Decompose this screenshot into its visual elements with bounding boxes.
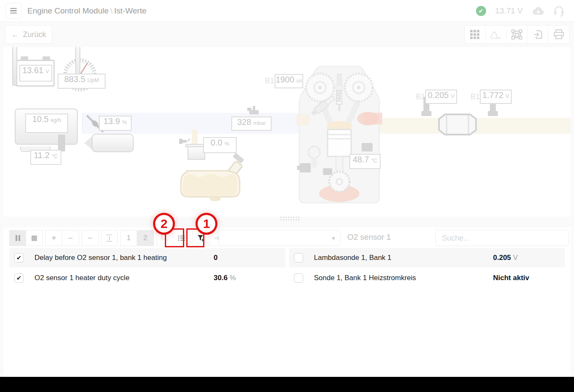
table-row[interactable]: Lambdasonde 1, Bank 1 0.205V: [289, 248, 565, 268]
o2-pre-box: 0.205V: [425, 90, 457, 104]
system-nav-bar: [0, 377, 574, 392]
headset-icon[interactable]: [554, 5, 564, 16]
annotation-circle-1: 1: [196, 213, 217, 235]
row-label: O2 sensor 1 heater duty cycle: [34, 274, 130, 282]
engine-sensor-left-tip: [297, 166, 301, 170]
stop-icon: [32, 236, 37, 241]
group-dropdown[interactable]: ▾: [219, 230, 341, 246]
page-1-button[interactable]: 1: [120, 230, 137, 246]
search-input[interactable]: [435, 230, 569, 246]
breadcrumb: Engine Control Module\Ist-Werte: [27, 6, 146, 16]
row-label: Sonde 1, Bank 1 Heizstromkreis: [314, 274, 416, 282]
page-1-label: 1: [127, 234, 130, 242]
hamburger-menu-icon[interactable]: [5, 3, 21, 19]
app-header: Engine Control Module\Ist-Werte ✔ 13.71 …: [0, 0, 574, 22]
export-icon: [533, 29, 543, 40]
selection-box-icon: [511, 29, 522, 40]
battery-voltage-status: 13.71 V: [495, 6, 523, 16]
chart-icon: [490, 30, 501, 39]
engine-diagram-panel: 13.61V 883.5UpM 10.5kg/h 11.2°C: [3, 47, 571, 217]
min-max-button[interactable]: I: [101, 230, 118, 246]
o2-sensor-post-collar: [488, 111, 498, 116]
chevron-down-icon: ▾: [332, 234, 335, 242]
throttle-box: 13.9%: [99, 116, 132, 131]
schematic-view-button[interactable]: [507, 26, 528, 43]
purge-valve-box: 0.0%: [203, 137, 237, 153]
grid-view-button[interactable]: [465, 26, 486, 43]
row-value: 0.205V: [493, 254, 518, 262]
print-button[interactable]: [548, 26, 569, 43]
group-title: O2 sensor 1: [347, 233, 391, 242]
pause-icon: [16, 235, 20, 241]
plus-icon: +: [51, 233, 56, 243]
air-mass-box: 10.5kg/h: [25, 114, 68, 133]
manifold-pressure-box: 328mbar: [231, 117, 272, 131]
measurements-table: ✔ Delay before O2 sensor 1, bank 1 heati…: [9, 248, 565, 289]
o2-pre-bank-label: B1: [416, 93, 425, 101]
minus-icon: −: [68, 233, 73, 243]
coolant-temp-box: 48.7°C: [349, 154, 381, 169]
idle-actuator-icon: [92, 134, 134, 152]
stop-button[interactable]: [26, 230, 43, 246]
splitter-drag-handle[interactable]: [280, 217, 299, 220]
connection-ok-icon: ✔: [476, 6, 486, 16]
page-2-button[interactable]: 2: [137, 230, 154, 246]
row-value: 0: [214, 254, 220, 262]
maf-temp-sensor-stub: [58, 135, 65, 151]
engine-speed-box: 883.5UpM: [58, 74, 106, 89]
engine-schematic: 13.61V 883.5UpM 10.5kg/h 11.2°C: [3, 47, 571, 217]
engine-sensor-bottom: [323, 168, 332, 175]
view-toolbar: [464, 25, 569, 44]
table-row[interactable]: ✔ O2 sensor 1 heater duty cycle 30.6%: [9, 268, 286, 289]
battery-voltage-box: 13.61V: [19, 65, 52, 82]
idle-actuator-tip: [84, 136, 93, 150]
back-button[interactable]: ← Zurück: [5, 25, 52, 44]
grid-icon: [470, 30, 479, 39]
row-label: Delay before O2 sensor 1, bank 1 heating: [34, 254, 167, 262]
o2-post-box: 1.772V: [480, 90, 512, 104]
row-checkbox[interactable]: ✔: [14, 253, 24, 262]
row-checkbox[interactable]: ✔: [14, 273, 24, 283]
zoom-in-button[interactable]: +: [45, 230, 62, 246]
row-value: Nicht aktiv: [493, 274, 532, 282]
chart-view-button[interactable]: [486, 26, 507, 43]
export-button[interactable]: [527, 26, 548, 43]
back-arrow-icon: ←: [11, 30, 19, 39]
row-checkbox[interactable]: [294, 253, 303, 262]
measurements-panel: + − ~ I 1 2 C✕ ▾: [3, 227, 571, 377]
intake-temp-box: 11.2°C: [30, 150, 61, 165]
page-2-label: 2: [143, 234, 147, 242]
printer-icon: [553, 29, 564, 40]
pause-button[interactable]: [9, 230, 26, 246]
table-row[interactable]: ✔ Delay before O2 sensor 1, bank 1 heati…: [9, 248, 286, 268]
injection-time-box: 1900us: [275, 74, 303, 88]
o2-post-bank-label: B1: [471, 93, 480, 101]
map-sensor-icon: [247, 106, 262, 115]
breadcrumb-module: Engine Control Module: [27, 6, 108, 15]
engine-sensor-left: [300, 163, 311, 172]
graph-mode-button[interactable]: ~: [82, 230, 98, 246]
row-unit: V: [513, 254, 518, 262]
row-unit: %: [230, 274, 236, 282]
breadcrumb-page: Ist-Werte: [114, 6, 147, 15]
engine-sensor-right: [362, 143, 373, 151]
wave-icon: ~: [87, 233, 93, 243]
engine-block-icon: [296, 63, 382, 206]
row-label: Lambdasonde 1, Bank 1: [314, 254, 391, 262]
fuel-tank-icon: [180, 152, 247, 201]
row-value: 30.6%: [214, 274, 236, 282]
table-row[interactable]: Sonde 1, Bank 1 Heizstromkreis Nicht akt…: [289, 268, 565, 289]
annotation-circle-2: 2: [153, 213, 175, 235]
zoom-out-button[interactable]: −: [62, 230, 79, 246]
back-label: Zurück: [23, 30, 46, 39]
breadcrumb-separator: \: [108, 6, 114, 15]
row-checkbox[interactable]: [294, 273, 303, 283]
cloud-download-icon[interactable]: [532, 6, 545, 16]
maf-endcap-left: [12, 47, 17, 86]
catalytic-converter-icon: [436, 113, 479, 136]
min-max-icon: I: [106, 235, 112, 241]
injection-bank-label: B1: [265, 77, 274, 85]
o2-sensor-pre-collar: [421, 111, 431, 116]
